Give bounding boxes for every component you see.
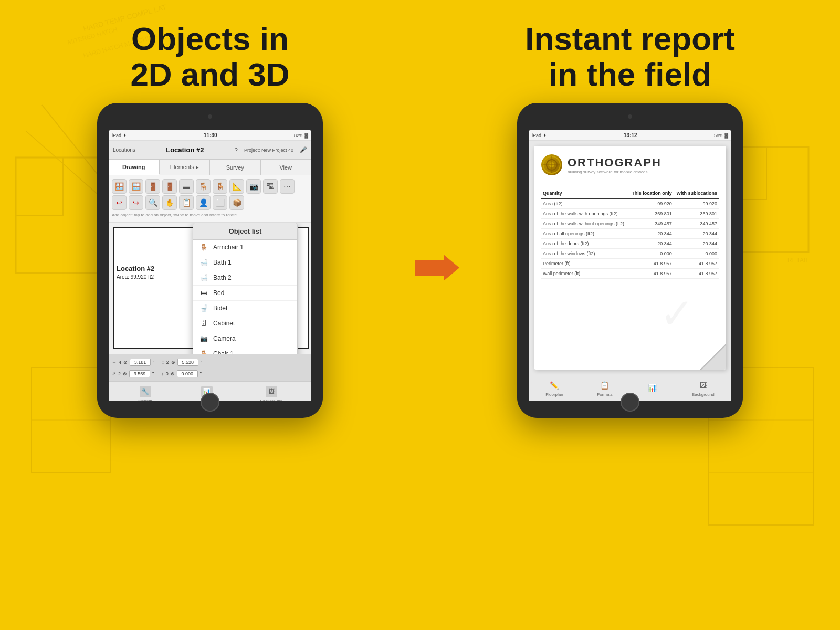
report-tab-background[interactable]: 🖼 Background <box>692 380 715 397</box>
list-item-armchair[interactable]: 🪑 Armchair 1 <box>193 240 297 255</box>
floor-plan-area[interactable]: Location #2 Area: 99.920 ft2 Locat Area:… <box>109 223 311 354</box>
table-row: Area (ft2) 99.920 99.920 <box>541 198 719 209</box>
tool-window2[interactable]: 🪟 <box>129 179 143 194</box>
mic-icon[interactable]: 🎤 <box>300 146 307 153</box>
table-row: Perimeter (ft) 41 8.957 41 8.957 <box>541 259 719 269</box>
tool-move[interactable]: ✋ <box>162 195 177 210</box>
tool-undo1[interactable]: ↩ <box>112 195 127 210</box>
measure-icon-1: ↔ <box>112 360 117 365</box>
row-label-perimeter: Perimeter (ft) <box>541 259 628 269</box>
list-item-camera[interactable]: 📷 Camera <box>193 331 297 346</box>
tool-table2[interactable]: 🪑 <box>213 179 227 194</box>
measure-val-2[interactable]: 5.528 <box>177 359 198 366</box>
room1-area: Area: 99.920 ft2 <box>117 274 154 280</box>
watermark-check: ✓ <box>659 289 695 338</box>
tool-area[interactable]: ⬜ <box>213 195 227 210</box>
tool-door1[interactable]: 🚪 <box>162 179 177 194</box>
measure-num-3: 2 <box>118 371 121 376</box>
svg-rect-17 <box>114 228 203 349</box>
measure-num-4: 0 <box>166 371 169 376</box>
list-item-cabinet[interactable]: 🗄 Cabinet <box>193 316 297 331</box>
tool-camera[interactable]: 📷 <box>246 179 261 194</box>
bidet-label: Bidet <box>213 304 227 312</box>
tool-box[interactable]: 📦 <box>229 195 244 210</box>
tool-measure[interactable]: 📐 <box>229 179 244 194</box>
measure-val-4[interactable]: 0.000 <box>177 370 198 377</box>
measure-row-1: ↔ 4 ⊗ 3.181 " ↕ 2 ⊗ 5.528 " <box>112 359 308 366</box>
tool-undo2[interactable]: ↪ <box>129 195 143 210</box>
battery-left: 82% ▓ <box>294 133 308 138</box>
measurement-bar: ↔ 4 ⊗ 3.181 " ↕ 2 ⊗ 5.528 " ↗ 2 ⊗ <box>109 354 311 381</box>
locations-label[interactable]: Locations <box>113 147 135 153</box>
measure-icon-4: ↕ <box>161 371 164 376</box>
object-toolbar: 🪟 🪟 🚪 🚪 ▬ 🪑 🪑 📐 📷 🏗 ⋯ ↩ ↪ <box>109 175 311 223</box>
ipad-home-btn-right[interactable] <box>621 393 639 412</box>
tool-window1[interactable]: 🪟 <box>112 179 127 194</box>
measure-val-3[interactable]: 3.559 <box>129 370 150 377</box>
tab-survey[interactable]: Survey <box>210 160 261 175</box>
app-header-left: Locations Location #2 ? Project: New Pro… <box>109 141 311 160</box>
left-heading-line2: 2D and 3D <box>130 56 289 92</box>
report-tab-active[interactable]: 📊 <box>646 382 658 395</box>
list-item-chair1[interactable]: 🪑 Chair 1 <box>193 346 297 354</box>
tool-more[interactable]: ⋯ <box>280 179 295 194</box>
table-header-row: Quantity This location only With subloca… <box>541 188 719 198</box>
bath1-icon: 🛁 <box>198 258 209 267</box>
right-panel: Instant report in the field iPad ✦ 13:12 <box>420 0 840 630</box>
status-bar-right: iPad ✦ 13:12 58% ▓ <box>529 130 731 141</box>
bath1-label: Bath 1 <box>213 259 232 266</box>
right-ipad-screen: iPad ✦ 13:12 58% ▓ <box>529 130 731 401</box>
cross-icon-4: ⊗ <box>171 371 175 376</box>
bottom-tool-property[interactable]: 🔧 Property <box>138 386 153 401</box>
report-tab-floorplan[interactable]: ✏️ Floorplan <box>545 380 563 397</box>
floorplan-icon: ✏️ <box>549 380 560 391</box>
tab-drawing[interactable]: Drawing <box>109 160 160 175</box>
list-item-bath1[interactable]: 🛁 Bath 1 <box>193 255 297 270</box>
right-heading: Instant report in the field <box>525 21 735 92</box>
chair1-icon: 🪑 <box>198 350 209 354</box>
left-panel: Objects in 2D and 3D iPad ✦ 11:30 82% ▓ <box>0 0 420 630</box>
row-label-area: Area (ft2) <box>541 198 628 209</box>
tool-list[interactable]: 📋 <box>179 195 194 210</box>
tool-search[interactable]: 🔍 <box>145 195 160 210</box>
row-val2-perimeter: 41 8.957 <box>674 259 719 269</box>
tab-view[interactable]: View <box>261 160 312 175</box>
tool-person[interactable]: 👤 <box>196 195 211 210</box>
background-icon: 🖼 <box>266 386 277 397</box>
row-label-all-openings: Area of all openings (ft2) <box>541 229 628 239</box>
object-list-popup[interactable]: Object list 🪑 Armchair 1 🛁 Bath 1 🛁 Bath… <box>193 223 298 354</box>
ipad-home-btn-left[interactable] <box>201 393 219 412</box>
row-val1-windows: 0.000 <box>628 249 673 259</box>
row-val2-windows: 0.000 <box>674 249 719 259</box>
measure-val-1[interactable]: 3.181 <box>130 359 151 366</box>
report-content: ORTHOGRAPH building survey software for … <box>534 146 726 370</box>
tool-window3[interactable]: 🚪 <box>145 179 160 194</box>
tool-table1[interactable]: 🪑 <box>196 179 211 194</box>
list-item-bidet[interactable]: 🚽 Bidet <box>193 301 297 316</box>
svg-marker-21 <box>415 255 459 281</box>
bed-icon: 🛏 <box>198 289 209 297</box>
row-val1-walls-no-openings: 349.457 <box>628 219 673 229</box>
cabinet-icon: 🗄 <box>198 319 209 328</box>
tab-elements[interactable]: Elements ▸ <box>160 160 211 175</box>
row-val2-doors: 20.344 <box>674 239 719 249</box>
report-logo-area: ORTHOGRAPH building survey software for … <box>541 154 719 180</box>
help-button[interactable]: ? <box>235 147 238 153</box>
list-item-bath2[interactable]: 🛁 Bath 2 <box>193 270 297 286</box>
bottom-tool-background[interactable]: 🖼 Background <box>260 386 282 401</box>
ipad-camera-left <box>208 114 212 119</box>
ipad-model-right: iPad ✦ <box>532 133 547 138</box>
report-tab-formats[interactable]: 📋 Formats <box>597 380 612 397</box>
tool-stairs[interactable]: 🏗 <box>263 179 278 194</box>
ipad-camera-right <box>628 114 632 119</box>
toolbar-row-2: ↩ ↪ 🔍 ✋ 📋 👤 ⬜ 📦 <box>112 195 308 210</box>
list-item-bed[interactable]: 🛏 Bed <box>193 286 297 301</box>
table-row: Area of the walls with openings (ft2) 36… <box>541 209 719 219</box>
tool-wall1[interactable]: ▬ <box>179 179 194 194</box>
measure-unit-4: " <box>200 371 202 376</box>
row-val1-wall-perimeter: 41 8.957 <box>628 269 673 279</box>
property-icon: 🔧 <box>140 386 151 397</box>
bath2-label: Bath 2 <box>213 274 232 281</box>
armchair-label: Armchair 1 <box>213 244 244 251</box>
project-label: Project: New Project 40 <box>244 148 293 153</box>
